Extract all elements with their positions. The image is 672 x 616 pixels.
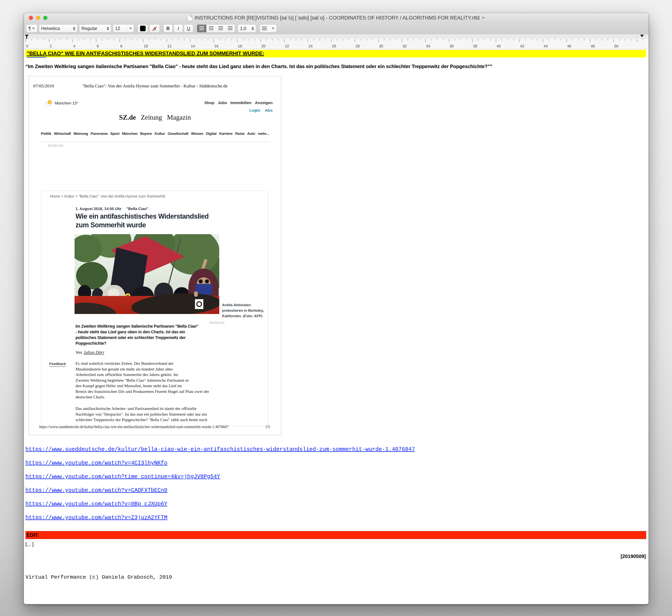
nav-item: Sport	[110, 132, 119, 136]
article-date: 1. August 2018, 14:05 Uhr	[75, 207, 122, 211]
ruler[interactable]: 0246810121416182022242628303234363840424…	[24, 34, 648, 49]
masthead-item: SZ.de	[119, 113, 136, 121]
document-link[interactable]: https://www.youtube.com/watch?v=0Bp_cJXU…	[25, 501, 415, 507]
weather-text: München 15°	[55, 101, 78, 105]
document-link[interactable]: https://www.sueddeutsche.de/kultur/bella…	[25, 447, 415, 452]
ruler-number: 26	[332, 44, 336, 48]
topnav-item: Anzeigen	[255, 100, 272, 105]
ruler-number: 50	[614, 44, 618, 48]
font-family-value: Helvetica	[41, 26, 60, 31]
document-area[interactable]: "BELLA CIAO" WIE EIN ANTIFASCHISTISCHES …	[24, 49, 648, 604]
byline: VonJulian Dörr	[75, 350, 104, 355]
underline-button[interactable]: U	[184, 24, 193, 32]
weather-widget: München 15°	[45, 100, 78, 106]
topnav-item: Shop	[204, 100, 214, 105]
article-lead: Im Zweiten Weltkrieg sangen italienische…	[75, 323, 198, 346]
headline-text: "BELLA CIAO" WIE EIN ANTIFASCHISTISCHES …	[27, 50, 264, 56]
stepper-icon	[73, 27, 75, 30]
align-right-button[interactable]	[225, 25, 235, 32]
article-photo	[75, 234, 219, 314]
document-link[interactable]: https://www.youtube.com/watch?v=4CI3lhyN…	[25, 460, 415, 466]
page-indicator: 1/5	[265, 425, 270, 429]
typeface-value: Regular	[81, 26, 97, 31]
masthead-item: Magazin	[167, 113, 191, 121]
bold-button[interactable]: B	[163, 24, 173, 32]
nav-item: Kultur	[155, 132, 165, 136]
chevron-down-icon	[272, 28, 274, 29]
account-item: Login	[249, 108, 260, 113]
ruler-number: 14	[191, 44, 195, 48]
font-family-select[interactable]: Helvetica	[39, 24, 77, 32]
ruler-number: 8	[120, 44, 122, 48]
sz-nav: PolitikWirtschaftMeinungPanoramaSportMün…	[29, 132, 281, 136]
left-indent-marker[interactable]	[26, 37, 27, 39]
highlighted-headline: "BELLA CIAO" WIE EIN ANTIFASCHISTISCHES …	[25, 50, 646, 57]
line-spacing-control[interactable]: 1,0	[238, 24, 256, 32]
ruler-number: 28	[356, 44, 360, 48]
paragraph-styles-button[interactable]: ¶	[26, 24, 37, 32]
ruler-number: 20	[261, 44, 265, 48]
right-indent-marker[interactable]	[640, 35, 644, 37]
tab-stop-strip[interactable]	[24, 34, 648, 39]
nav-item: Karriere	[219, 132, 232, 136]
align-center-button[interactable]	[206, 25, 216, 32]
document-link[interactable]: https://www.youtube.com/watch?v=CAOFXTbE…	[25, 488, 415, 493]
ruler-number: 4	[73, 44, 75, 48]
masthead-item: Zeitung	[141, 113, 162, 121]
ruler-number: 46	[567, 44, 571, 48]
embedded-screenshot[interactable]: 07/05/2019 "Bella Ciao": Von der Antifa-…	[29, 76, 281, 435]
sun-cloud-icon	[45, 100, 53, 106]
chevron-down-icon	[127, 25, 132, 32]
article-paragraph: Das antifaschistische Arbeiter- und Part…	[75, 406, 207, 423]
ruler-number: 12	[167, 44, 171, 48]
titlebar[interactable]: INSTRUCTIONS FOR [RE]VISITING [saˈlɔ] [ˈ…	[24, 13, 648, 23]
typeface-select[interactable]: Regular	[79, 24, 111, 32]
ellipsis-text: [... ]	[25, 541, 34, 547]
ruler-number: 42	[520, 44, 524, 48]
ruler-number: 24	[308, 44, 312, 48]
nav-item: Auto	[247, 132, 255, 136]
edit-label: EDIT:	[27, 532, 39, 538]
document-quote: “Im Zweiten Weltkrieg sangen italienisch…	[25, 64, 492, 69]
ruler-number: 44	[544, 44, 548, 48]
sz-account: LoginAbo	[249, 108, 272, 113]
align-right-icon	[228, 26, 232, 31]
ruler-number: 2	[50, 44, 52, 48]
text-color-well[interactable]	[138, 24, 148, 32]
topnav-item: Immobilien	[230, 100, 251, 105]
color-swatch-icon	[140, 26, 146, 31]
font-size-select[interactable]: 12	[113, 24, 134, 32]
ruler-number: 36	[450, 44, 454, 48]
document-link[interactable]: https://www.youtube.com/watch?v=Z3juzA2Y…	[25, 515, 415, 521]
chevron-down-icon	[32, 28, 35, 29]
nav-item: Wirtschaft	[54, 132, 71, 136]
list-style-button[interactable]	[260, 24, 276, 32]
stepper-icon	[252, 27, 254, 30]
ruler-number: 0	[26, 44, 28, 48]
topnav-item: Jobs	[218, 100, 227, 105]
align-justify-button[interactable]	[216, 25, 225, 32]
italic-button[interactable]: I	[174, 24, 183, 32]
edit-band: EDIT:	[25, 531, 646, 539]
sz-topnav: ShopJobsImmobilienAnzeigen	[204, 100, 272, 105]
document-link[interactable]: https://www.youtube.com/watch?time_conti…	[25, 474, 415, 480]
photo-caption: Antifa-Aktivistenprotestieren in Berkele…	[222, 302, 267, 319]
align-left-button[interactable]	[197, 25, 206, 32]
nav-item: mehr...	[258, 132, 269, 136]
title-chevron-icon[interactable]	[482, 17, 485, 19]
align-center-icon	[209, 26, 213, 31]
ruler-number: 32	[403, 44, 407, 48]
ruler-scale[interactable]: 0246810121416182022242628303234363840424…	[24, 39, 648, 49]
ruler-number: 16	[214, 44, 218, 48]
credit-line: Virtual Performance (c) Daniela Grabosch…	[25, 574, 172, 580]
anzeige-label: ANZEIGE	[48, 144, 64, 148]
background-color-well[interactable]: a	[149, 24, 160, 32]
ruler-number: 34	[426, 44, 430, 48]
ruler-number: 10	[144, 44, 148, 48]
document-icon	[187, 15, 192, 21]
nav-item: Gesellschaft	[168, 132, 188, 136]
sunglasses	[197, 279, 210, 283]
article-kicker: "Bella Ciao"	[126, 207, 148, 211]
line-spacing-value: 1,0	[240, 26, 246, 31]
breadcrumb: Home > Kultur > "Bella Ciao": Von der An…	[50, 194, 165, 199]
